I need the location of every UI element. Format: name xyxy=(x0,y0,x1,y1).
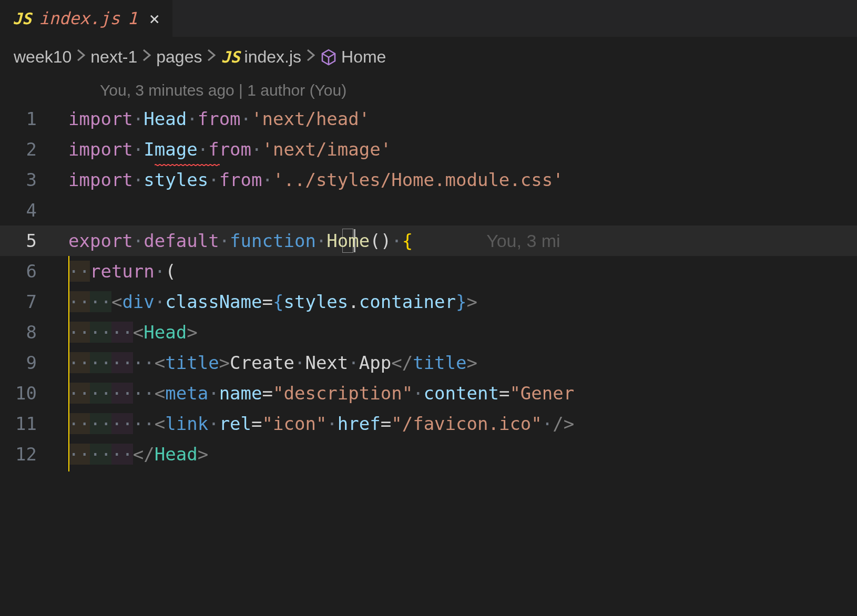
line-number[interactable]: 6 xyxy=(0,261,68,282)
chevron-right-icon xyxy=(206,48,217,66)
line-number[interactable]: 8 xyxy=(0,322,68,343)
line-number[interactable]: 11 xyxy=(0,413,68,434)
breadcrumb-filename[interactable]: index.js xyxy=(244,47,302,67)
line-number[interactable]: 1 xyxy=(0,108,68,129)
chevron-right-icon xyxy=(76,48,86,66)
line-number[interactable]: 5 xyxy=(0,230,68,251)
code-line[interactable]: 6 ··return·( xyxy=(0,256,857,286)
code-line[interactable]: 3 import·styles·from·'../styles/Home.mod… xyxy=(0,165,857,195)
code-line[interactable]: 7 ····<div·className={styles.container}> xyxy=(0,286,857,317)
code-content[interactable]: import·Image·from·'next/image' xyxy=(68,139,391,160)
tab-filename: index.js xyxy=(39,8,120,28)
breadcrumb: week10 next-1 pages JS index.js Home xyxy=(0,37,857,77)
line-number[interactable]: 2 xyxy=(0,139,68,160)
code-content[interactable]: ······<Head> xyxy=(68,322,198,343)
code-content[interactable]: ········<title>Create·Next·App</title> xyxy=(68,352,477,373)
line-number[interactable]: 3 xyxy=(0,169,68,190)
js-file-icon: JS xyxy=(221,48,240,66)
code-line[interactable]: 1 import·Head·from·'next/head' xyxy=(0,104,857,134)
line-number[interactable]: 12 xyxy=(0,444,68,465)
breadcrumb-symbol[interactable]: Home xyxy=(341,47,386,67)
line-number[interactable]: 9 xyxy=(0,352,68,373)
line-number[interactable]: 7 xyxy=(0,291,68,312)
code-line[interactable]: 9 ········<title>Create·Next·App</title> xyxy=(0,347,857,378)
code-content[interactable]: ········<meta·name="description"·content… xyxy=(68,383,574,404)
code-content[interactable]: ··return·( xyxy=(68,261,176,282)
code-line[interactable]: 4 xyxy=(0,195,857,225)
js-file-icon: JS xyxy=(13,9,32,28)
line-number[interactable]: 4 xyxy=(0,200,68,221)
line-number[interactable]: 10 xyxy=(0,383,68,404)
close-icon[interactable]: × xyxy=(149,8,160,29)
code-content[interactable]: ······</Head> xyxy=(68,444,208,465)
code-content[interactable]: export·default·function·Home()·{ xyxy=(68,230,413,251)
chevron-right-icon xyxy=(141,48,152,66)
code-content[interactable]: import·styles·from·'../styles/Home.modul… xyxy=(68,169,564,190)
tab-bar: JS index.js 1 × xyxy=(0,0,857,37)
code-line[interactable]: 8 ······<Head> xyxy=(0,317,857,347)
gitlens-blame-inline: You, 3 mi xyxy=(486,231,560,251)
code-line[interactable]: 2 import·Image·from·'next/image' xyxy=(0,134,857,165)
gitlens-codelens[interactable]: You, 3 minutes ago | 1 author (You) xyxy=(0,81,857,99)
chevron-right-icon xyxy=(305,48,316,66)
code-line[interactable]: 11 ········<link·rel="icon"·href="/favic… xyxy=(0,408,857,439)
tab-problems-badge: 1 xyxy=(127,8,137,28)
code-content[interactable]: ········<link·rel="icon"·href="/favicon.… xyxy=(68,413,574,434)
code-line[interactable]: 12 ······</Head> xyxy=(0,439,857,469)
code-editor[interactable]: 1 import·Head·from·'next/head' 2 import·… xyxy=(0,104,857,469)
breadcrumb-segment[interactable]: pages xyxy=(156,47,202,67)
code-content[interactable]: import·Head·from·'next/head' xyxy=(68,108,370,129)
breadcrumb-segment[interactable]: next-1 xyxy=(90,47,137,67)
breadcrumb-segment[interactable]: week10 xyxy=(14,47,72,67)
code-line[interactable]: 5 export·default·function·Home()·{ You, … xyxy=(0,225,857,256)
code-content[interactable]: ····<div·className={styles.container}> xyxy=(68,291,477,312)
code-line[interactable]: 10 ········<meta·name="description"·cont… xyxy=(0,378,857,408)
editor-tab[interactable]: JS index.js 1 × xyxy=(0,0,172,37)
symbol-method-icon xyxy=(320,49,337,66)
